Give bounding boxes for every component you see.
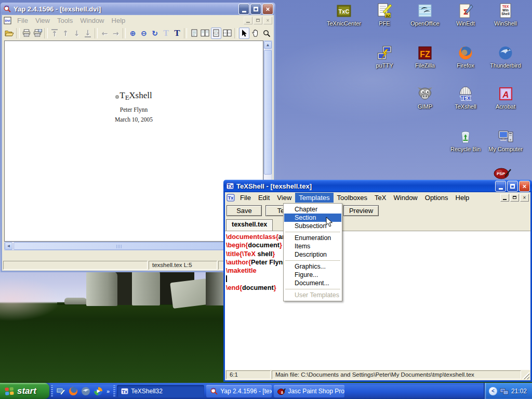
desktop-icon-winshell[interactable]: TEXWinShellWinShell [486,3,525,26]
yap-menu-file[interactable]: File [14,16,32,25]
menu-item-description[interactable]: Description [284,250,341,259]
hand-tool-button[interactable] [250,28,260,39]
save-button[interactable]: Save [227,205,262,216]
text-metrics-button[interactable]: T [161,28,171,39]
prev-page-button[interactable]: ↑ [60,28,71,39]
texshell-menu-options[interactable]: Options [421,193,452,203]
next-page-button[interactable]: ↓ [71,28,82,39]
back-button[interactable]: ← [99,28,110,39]
yap-menu-window[interactable]: Window [76,16,108,25]
quick-launch-handle[interactable] [51,385,53,397]
view-continuous-button[interactable] [211,28,221,39]
yap-mdi-restore-button[interactable] [254,17,262,24]
select-tool-button[interactable] [239,28,249,39]
zoom-tool-button[interactable] [261,28,272,39]
texshell-mdi-minimize-button[interactable] [500,194,509,202]
refresh-button[interactable]: ↻ [150,28,160,39]
texshell-close-button[interactable]: × [519,181,530,192]
menu-item-figure[interactable]: Figure... [284,271,341,279]
texshell-menu-edit[interactable]: Edit [255,193,273,203]
open-folder-button[interactable] [4,28,15,39]
quicklaunch-firefox-q[interactable] [67,385,79,397]
desktop-icon-gimp[interactable]: GIMP [405,86,445,110]
vertical-scroll-thumb[interactable] [264,50,272,175]
preview-button[interactable]: Preview [343,205,379,216]
texshell-menu-templates[interactable]: Templates [295,193,333,203]
desktop-icon-thunderbird[interactable]: Thunderbird [486,45,525,69]
view-facing-button[interactable] [200,28,210,39]
texshell-editor[interactable]: \documentclass{article}\begin{document}\… [225,231,530,370]
desktop-icon-my-computer[interactable]: My Computer [486,128,525,152]
texshell-menu-toolboxes[interactable]: Toolboxes [334,193,371,203]
scroll-left-button[interactable]: ◄ [5,242,12,250]
texshell-maximize-button[interactable] [507,181,518,192]
desktop-icon-pfe[interactable]: 32PFE [365,3,404,26]
desktop-icon-label: Thunderbird [486,62,525,69]
desktop-icon-openoffice[interactable]: OpenOffice [405,3,445,26]
start-button[interactable]: start [0,383,49,399]
texshell-mdi-restore-button[interactable] [510,194,519,202]
texshell-minimize-button[interactable] [495,181,506,192]
quick-launch-overflow-chevron[interactable]: » [104,388,112,394]
menu-item-graphics[interactable]: Graphics... [284,262,341,271]
zoom-out-button[interactable]: ⊖ [139,28,149,39]
desktop-icon-psp[interactable]: PSP [491,166,513,180]
clock[interactable]: 21:02 [511,388,527,395]
print-button[interactable] [21,28,32,39]
resize-grip[interactable] [522,372,529,379]
quicklaunch-show-desktop[interactable] [55,385,67,397]
first-page-button[interactable]: ↑ [49,28,60,39]
texshell-titlebar[interactable]: Tx TeXShell - [texshell.tex] × [223,180,532,192]
my-computer-icon [497,128,514,145]
menu-item-user-templates[interactable]: User Templates [284,291,341,299]
yap-menu-help[interactable]: Help [108,16,129,25]
text-render-button[interactable]: T [172,28,182,39]
quicklaunch-thunderbird-q[interactable] [79,385,92,397]
menu-item-items[interactable]: Items [284,242,341,250]
taskbar-button-jasc-paint-shop-pro[interactable]: 8Jasc Paint Shop Pro [274,385,344,397]
svg-text:Tx: Tx [122,389,128,394]
desktop-icon-filezilla[interactable]: FZFileZilla [405,45,445,69]
quicklaunch-media-player[interactable] [92,385,104,397]
network-tray-icon[interactable] [500,387,509,395]
menu-item-document[interactable]: Document... [284,279,341,287]
texshell-menu-tex[interactable]: TeX [371,193,390,203]
taskbar-button-yap-2-4-1596-texs[interactable]: Yap 2.4.1596 - [texs... [206,385,272,397]
tray-collapse-button[interactable]: < [489,387,497,395]
taskbar-button-texshell32[interactable]: TxTeXShell32 [117,385,204,397]
desktop-icon-recycle-bin[interactable]: Recycle Bin [446,128,485,152]
yap-menu-view[interactable]: View [32,16,54,25]
desktop-icon-texniccenter[interactable]: TxCTeXnicCenter [324,3,364,26]
yap-mdi-close-button[interactable]: × [263,17,272,24]
yap-maximize-button[interactable] [250,4,261,15]
desktop-icon-texshell[interactable]: TEXTeXshell [446,86,485,110]
yap-close-button[interactable]: × [262,4,273,15]
menu-item-chapter[interactable]: Chapter [284,205,341,214]
menu-item-enumeration[interactable]: Enumeration [284,234,341,242]
desktop-icon-putty[interactable]: puTTY [365,45,404,69]
desktop-icon-winedt[interactable]: ΣWinEdt [446,3,485,26]
texshell-menu-window[interactable]: Window [390,193,421,203]
tab-texshell-tex[interactable]: texshell.tex [226,219,273,231]
desktop-icon-label: WinShell [486,20,525,26]
last-page-button[interactable]: ↓ [83,28,93,39]
horizontal-scroll-thumb[interactable] [14,242,225,250]
yap-titlebar[interactable]: Yap 2.4.1596 - [texshell.dvi] × [1,3,275,15]
yap-menu-tools[interactable]: Tools [54,16,76,25]
print-range-button[interactable] [32,28,43,39]
scroll-up-button[interactable]: ▲ [264,41,272,49]
yap-minimize-button[interactable] [238,4,249,15]
desktop-icon-firefox[interactable]: Firefox [446,45,485,69]
view-single-button[interactable] [189,28,199,39]
texshell-mdi-close-button[interactable]: × [520,194,529,202]
yap-mdi-minimize-button[interactable] [244,17,252,24]
taskband-handle[interactable] [113,385,115,397]
cursor-position: 6:1 [226,370,271,379]
view-continuous-facing-button[interactable] [222,28,232,39]
texshell-menu-file[interactable]: File [236,193,255,203]
forward-button[interactable]: → [111,28,121,39]
texshell-menu-help[interactable]: Help [452,193,473,203]
zoom-in-button[interactable]: ⊕ [127,28,138,39]
texshell-menu-view[interactable]: View [273,193,295,203]
desktop-icon-acrobat[interactable]: AAcrobat [486,86,525,110]
